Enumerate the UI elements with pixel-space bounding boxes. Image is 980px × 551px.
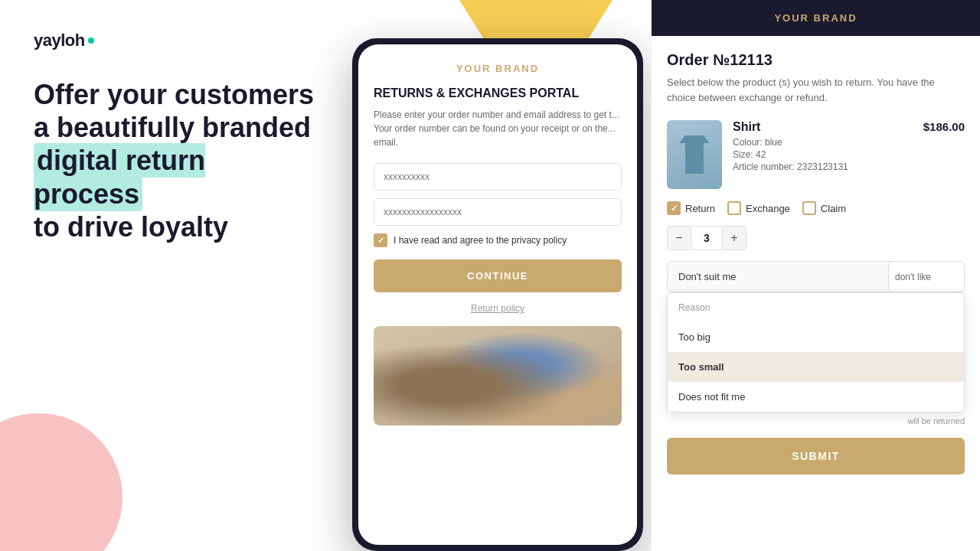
hero-line1: Offer your customers: [34, 78, 318, 111]
return-policy-link[interactable]: Return policy: [374, 303, 622, 314]
hero-line2: a beautifully branded: [34, 111, 318, 144]
dropdown-item-does-not-fit[interactable]: Does not fit me: [668, 382, 964, 412]
claim-checkbox[interactable]: [802, 201, 816, 215]
dropdown-item-too-small[interactable]: Too small: [668, 352, 964, 382]
quantity-increase-button[interactable]: +: [722, 226, 746, 250]
dropdown-selected-value: Don't suit me: [678, 271, 736, 282]
exchange-label: Exchange: [746, 203, 790, 214]
hero-highlight: digital return process: [34, 143, 205, 210]
claim-label: Claim: [821, 203, 846, 214]
partial-dropdown-item: don't like: [888, 261, 965, 292]
return-options-row: ✓ Return Exchange Claim: [667, 201, 965, 215]
dropdown-item-too-big[interactable]: Too big: [668, 322, 964, 352]
partial-item-label: don't like: [895, 272, 931, 282]
continue-button[interactable]: CONTINUE: [374, 259, 622, 292]
product-colour: Colour: blue: [733, 137, 965, 148]
logo: yayloh: [34, 31, 318, 51]
will-be-returned-text: will be returned: [667, 416, 965, 425]
return-option[interactable]: ✓ Return: [667, 201, 715, 215]
checkbox-checkmark: ✓: [377, 236, 384, 246]
phone-mockup: YOUR BRAND RETURNS & EXCHANGES PORTAL Pl…: [352, 38, 643, 551]
product-size: Size: 42: [733, 149, 965, 160]
privacy-checkbox-row: ✓ I have read and agree to the privacy p…: [374, 233, 622, 247]
product-card: Shirt $186.00 Colour: blue Size: 42 Arti…: [667, 120, 965, 189]
product-price: $186.00: [923, 120, 965, 133]
dropdown-item-reason[interactable]: Reason: [668, 293, 964, 322]
right-header: YOUR BRAND: [652, 0, 980, 36]
product-article: Article number: 2323123131: [733, 161, 965, 172]
right-body: Order №12113 Select below the product (s…: [652, 36, 980, 547]
phone-content: YOUR BRAND RETURNS & EXCHANGES PORTAL Pl…: [358, 44, 637, 444]
exchange-checkbox[interactable]: [727, 201, 741, 215]
logo-dot: [88, 37, 94, 44]
hero-text: Offer your customers a beautifully brand…: [34, 78, 318, 243]
dropdown-menu: Reason Too big Too small Does not fit me: [667, 292, 965, 412]
product-name: Shirt: [733, 120, 760, 134]
claim-option[interactable]: Claim: [802, 201, 846, 215]
logo-text: yayloh: [34, 31, 85, 51]
quantity-decrease-button[interactable]: −: [667, 226, 691, 250]
right-brand-label: YOUR BRAND: [664, 12, 968, 24]
shirt-shape: [679, 135, 710, 174]
portal-desc: Please enter your order number and email…: [374, 108, 622, 149]
clothes-image: [374, 326, 622, 425]
quantity-value: 3: [691, 226, 722, 250]
phone-brand-label: YOUR BRAND: [374, 63, 622, 74]
return-checkbox[interactable]: ✓: [667, 201, 681, 215]
order-title: Order №12113: [667, 51, 965, 69]
dropdown-row: Don't suit me ▾ Reason Too big Too small: [667, 261, 965, 292]
product-header-row: Shirt $186.00: [733, 120, 965, 137]
product-info: Shirt $186.00 Colour: blue Size: 42 Arti…: [733, 120, 965, 174]
order-number-input[interactable]: [374, 163, 622, 191]
privacy-label: I have read and agree to the privacy pol…: [394, 235, 567, 246]
phone-inner: YOUR BRAND RETURNS & EXCHANGES PORTAL Pl…: [358, 44, 637, 545]
portal-title: RETURNS & EXCHANGES PORTAL: [374, 86, 622, 100]
left-section: yayloh Offer your customers a beautifull…: [0, 0, 352, 551]
hero-line4: to drive loyalty: [34, 210, 318, 243]
privacy-checkbox[interactable]: ✓: [374, 233, 387, 247]
quantity-row: − 3 +: [667, 226, 965, 250]
return-label: Return: [685, 203, 715, 214]
order-desc: Select below the product (s) you wish to…: [667, 75, 965, 105]
right-panel: YOUR BRAND Order №12113 Select below the…: [651, 0, 980, 551]
pink-circle-decoration: [0, 413, 122, 551]
hero-line3: digital return process: [34, 144, 318, 210]
clothes-decoration: [374, 326, 622, 425]
email-input[interactable]: [374, 198, 622, 226]
product-image: [667, 120, 722, 189]
exchange-option[interactable]: Exchange: [727, 201, 790, 215]
submit-button[interactable]: SUBMIT: [667, 438, 965, 474]
